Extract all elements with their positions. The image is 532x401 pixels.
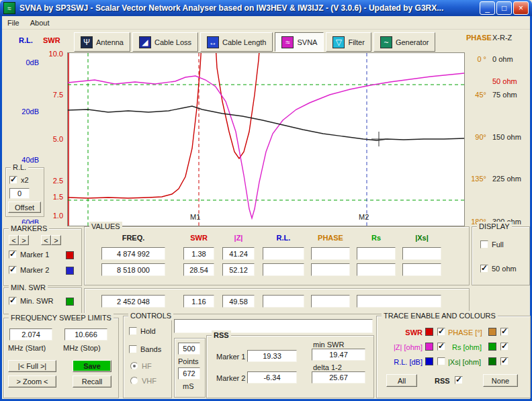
cable-length-button[interactable]: ↔ Cable Length xyxy=(200,32,273,52)
full-span-button[interactable]: |< Full >| xyxy=(8,360,56,372)
m2-freq-field[interactable] xyxy=(101,263,165,276)
minswr-rl-field[interactable] xyxy=(263,295,304,308)
maximize-button[interactable]: □ xyxy=(496,1,512,15)
vhf-radio[interactable]: VHF xyxy=(130,377,157,385)
ms-value-field[interactable] xyxy=(178,367,200,380)
marker1-right-button[interactable]: > xyxy=(19,235,29,245)
rss-delta-field[interactable] xyxy=(312,371,365,384)
m1-swr-field[interactable] xyxy=(183,247,214,260)
trace-rl-swatch[interactable] xyxy=(425,357,433,365)
vhf-radio-label: VHF xyxy=(142,377,157,385)
start-freq-input[interactable] xyxy=(9,328,52,341)
rss-min-swr-field[interactable] xyxy=(312,349,365,361)
m2-phase-field[interactable] xyxy=(311,263,350,276)
minswr-z-field[interactable] xyxy=(222,295,255,308)
min-swr-checkbox[interactable]: Min. SWR xyxy=(9,297,54,305)
x2-checkbox-box xyxy=(9,176,17,184)
cursor-crosshair xyxy=(371,132,386,146)
cable-length-label: Cable Length xyxy=(222,38,266,46)
ohm-tick: 225 ohm xyxy=(492,175,521,183)
min-swr-group-title: MIN. SWR xyxy=(9,283,48,292)
sweep-group-title: FREQUENCY SWEEP LIMITS xyxy=(9,313,114,322)
title-bar[interactable]: ≈ SVNA by SP3SWJ - Scalar Vector Network… xyxy=(0,0,532,16)
rss-marker2-field[interactable] xyxy=(247,371,297,384)
marker1-checkbox[interactable]: Marker 1 xyxy=(9,251,49,259)
filter-button[interactable]: ▽ Filter xyxy=(326,32,371,52)
recall-button[interactable]: Recall xyxy=(73,375,112,388)
full-checkbox[interactable]: Full xyxy=(480,240,504,249)
min-swr-group: MIN. SWR Min. SWR xyxy=(3,287,82,314)
message-box[interactable] xyxy=(174,319,373,333)
min-swr-checkbox-label: Min. SWR xyxy=(20,297,54,305)
phase-axis-title: PHASE xyxy=(466,34,492,42)
marker2-right-button[interactable]: > xyxy=(51,235,61,245)
window-title: SVNA by SP3SWJ - Scalar Vector Network A… xyxy=(19,3,476,13)
all-traces-button[interactable]: All xyxy=(386,374,417,387)
marker1-checkbox-box xyxy=(9,251,17,259)
m2-swr-field[interactable] xyxy=(183,263,214,276)
zoom-button[interactable]: > Zoom < xyxy=(8,375,56,388)
marker1-left-button[interactable]: < xyxy=(9,235,19,245)
trace-z-checkbox-box xyxy=(437,343,445,351)
offset-button[interactable]: Offset xyxy=(8,202,41,213)
hold-checkbox[interactable]: Hold xyxy=(129,327,156,335)
none-traces-button[interactable]: None xyxy=(483,374,518,387)
antenna-icon: Ψ xyxy=(81,36,93,48)
marker2-left-button[interactable]: < xyxy=(41,235,51,245)
trace-phase-swatch[interactable] xyxy=(488,328,496,336)
m1-phase-field[interactable] xyxy=(311,247,350,260)
trace-xs-checkbox[interactable] xyxy=(500,357,508,365)
bands-checkbox[interactable]: Bands xyxy=(129,345,161,353)
menu-about[interactable]: About xyxy=(25,17,55,28)
m1-rl-field[interactable] xyxy=(263,247,304,260)
minswr-extra-field[interactable] xyxy=(357,295,441,308)
trace-rs-swatch[interactable] xyxy=(488,343,496,351)
ohm50-checkbox[interactable]: 50 ohm xyxy=(480,265,517,273)
m2-rl-field[interactable] xyxy=(263,263,304,276)
trace-z-checkbox[interactable] xyxy=(437,343,445,351)
svna-button[interactable]: ≈ SVNA xyxy=(275,32,324,52)
rl-offset-input[interactable] xyxy=(9,188,30,199)
menu-file[interactable]: File xyxy=(2,17,25,28)
rl-axis-title: R.L. xyxy=(19,36,33,44)
freq-header: FREQ. xyxy=(101,234,165,242)
m1-rs-field[interactable] xyxy=(357,247,396,260)
points-value-field[interactable] xyxy=(178,343,200,355)
cable-loss-button[interactable]: ◢ Cable Loss xyxy=(132,32,198,52)
trace-xs-swatch[interactable] xyxy=(488,357,496,365)
m2-rs-field[interactable] xyxy=(357,263,396,276)
m1-xs-field[interactable] xyxy=(402,247,441,260)
trace-phase-label: PHASE [°] xyxy=(448,328,482,337)
rss-toggle-checkbox[interactable] xyxy=(455,376,463,384)
trace-swr-checkbox[interactable] xyxy=(437,328,445,336)
antenna-button[interactable]: Ψ Antenna xyxy=(74,32,130,52)
minswr-swr-field[interactable] xyxy=(183,295,214,308)
close-button[interactable]: × xyxy=(513,1,529,15)
stop-freq-input[interactable] xyxy=(64,328,107,341)
x2-checkbox[interactable]: x2 xyxy=(9,176,29,184)
trace-z-swatch[interactable] xyxy=(425,343,433,351)
minswr-freq-field[interactable] xyxy=(101,295,165,308)
minswr-phase-field[interactable] xyxy=(311,295,350,308)
minimize-button[interactable]: _ xyxy=(480,1,495,15)
cable-loss-icon: ◢ xyxy=(139,36,151,48)
ohm-tick: 0 ohm xyxy=(492,55,513,63)
m1-z-field[interactable] xyxy=(222,247,255,260)
m1-freq-field[interactable] xyxy=(101,247,165,260)
m2-z-field[interactable] xyxy=(222,263,255,276)
chart-area[interactable]: M1 M2 xyxy=(67,52,465,226)
save-button[interactable]: Save xyxy=(73,360,112,372)
trace-swr-swatch[interactable] xyxy=(425,328,433,336)
rs-header: Rs xyxy=(357,234,396,242)
marker2-checkbox[interactable]: Marker 2 xyxy=(9,266,49,274)
menu-bar: File About xyxy=(2,16,530,30)
generator-button[interactable]: ~ Generator xyxy=(373,32,436,52)
trace-rl-checkbox[interactable] xyxy=(437,357,445,365)
trace-rs-checkbox[interactable] xyxy=(500,343,508,351)
trace-group: TRACE ENABLE AND COLOURS SWR PHASE [°] |… xyxy=(376,316,531,398)
hf-radio[interactable]: HF xyxy=(130,362,152,370)
m2-xs-field[interactable] xyxy=(402,263,441,276)
rss-marker1-field[interactable] xyxy=(247,350,297,362)
xs-header: |Xs| xyxy=(402,234,441,242)
trace-phase-checkbox[interactable] xyxy=(500,328,508,336)
